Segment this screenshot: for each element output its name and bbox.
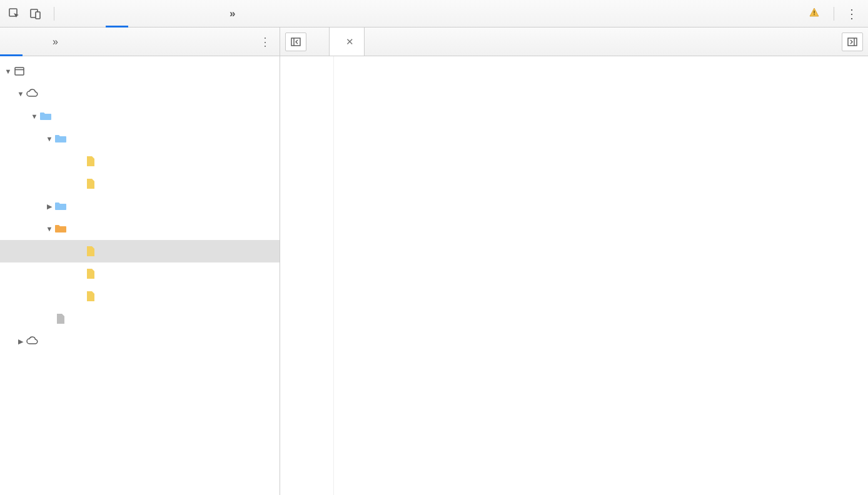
navigator-tab-page[interactable] — [0, 28, 23, 56]
folder-icon — [54, 222, 68, 236]
code-content[interactable] — [334, 56, 868, 495]
frame-icon — [13, 64, 26, 78]
cloud-icon — [25, 87, 39, 101]
tree-item-folder-examples-react[interactable]: ▼ — [0, 105, 280, 128]
svg-rect-4 — [814, 14, 815, 16]
tab-console[interactable] — [83, 0, 106, 27]
caret-right-icon: ▶ — [16, 338, 25, 346]
close-tab-icon[interactable]: ✕ — [346, 36, 354, 48]
devtools-toolbar: » ⋮ — [0, 0, 868, 28]
svg-rect-2 — [36, 12, 40, 19]
tree-item-file-app-jsx[interactable]: · — [0, 240, 280, 262]
tree-item-domain-ga[interactable]: ▶ — [0, 330, 280, 352]
caret-down-icon: ▼ — [4, 68, 13, 75]
tab-performance[interactable] — [151, 0, 173, 27]
divider — [834, 7, 834, 21]
tree-item-file-utils[interactable]: · — [0, 172, 280, 195]
caret-down-icon: ▼ — [30, 112, 39, 120]
svg-rect-5 — [15, 68, 24, 75]
file-tree: ▼ ▼ — [0, 56, 280, 495]
tab-sources[interactable] — [106, 0, 128, 27]
sources-panel: » ⋮ ▼ ▼ — [0, 28, 868, 495]
js-file-icon — [84, 244, 98, 258]
show-navigator-icon[interactable] — [285, 32, 306, 51]
caret-down-icon: ▼ — [45, 135, 54, 142]
tree-item-file-index[interactable]: · — [0, 308, 280, 330]
editor-tab-app-jsx[interactable]: ✕ — [329, 28, 365, 56]
line-number-gutter[interactable] — [280, 56, 334, 495]
document-icon — [54, 312, 68, 326]
navigator-tab-filesystem[interactable] — [23, 28, 45, 56]
device-toggle-icon[interactable] — [26, 4, 45, 23]
tab-elements[interactable] — [61, 0, 83, 27]
divider — [54, 7, 54, 21]
tree-item-file-todoitem-jsx[interactable]: · — [0, 285, 280, 308]
more-tabs-chevron-icon[interactable]: » — [218, 0, 246, 27]
caret-down-icon: ▼ — [16, 90, 25, 98]
js-file-icon — [84, 154, 98, 168]
tab-network[interactable] — [128, 0, 151, 27]
svg-rect-3 — [814, 11, 815, 14]
tree-item-folder-js[interactable]: ▼ — [0, 128, 280, 150]
tree-item-file-footer-jsx[interactable]: · — [0, 262, 280, 285]
folder-icon — [39, 109, 53, 123]
tree-item-folder-node-modules[interactable]: ▶ — [0, 195, 280, 218]
tree-item-top[interactable]: ▼ — [0, 60, 280, 82]
editor-tab-todomodel[interactable] — [309, 28, 329, 56]
navigator-tabs: » ⋮ — [0, 28, 280, 56]
js-file-icon — [84, 177, 98, 191]
folder-icon — [54, 132, 68, 146]
tree-item-file-todomodel[interactable]: · — [0, 150, 280, 172]
caret-right-icon: ▶ — [45, 202, 54, 211]
show-debugger-icon[interactable] — [842, 32, 863, 51]
tree-item-folder-sourcemap[interactable]: ▼ — [0, 218, 280, 240]
code-editor[interactable] — [280, 56, 868, 495]
editor-tabs: ✕ — [280, 28, 868, 56]
navigator-options-icon[interactable]: ⋮ — [251, 35, 280, 49]
editor-area: ✕ — [280, 28, 868, 495]
js-file-icon — [84, 289, 98, 303]
folder-icon — [54, 199, 68, 213]
tab-application[interactable] — [196, 0, 218, 27]
warning-icon[interactable] — [809, 7, 820, 20]
more-navigator-tabs-icon[interactable]: » — [45, 36, 66, 48]
navigator-sidebar: » ⋮ ▼ ▼ — [0, 28, 280, 495]
toolbar-right: ⋮ — [809, 6, 863, 21]
more-options-icon[interactable]: ⋮ — [840, 6, 863, 21]
tree-item-domain-todomvc[interactable]: ▼ — [0, 82, 280, 105]
inspect-element-icon[interactable] — [5, 4, 24, 23]
devtools-panel-tabs: » — [61, 0, 809, 27]
js-file-icon — [84, 267, 98, 281]
caret-down-icon: ▼ — [45, 225, 54, 232]
cloud-icon — [25, 334, 39, 348]
tab-memory[interactable] — [173, 0, 196, 27]
